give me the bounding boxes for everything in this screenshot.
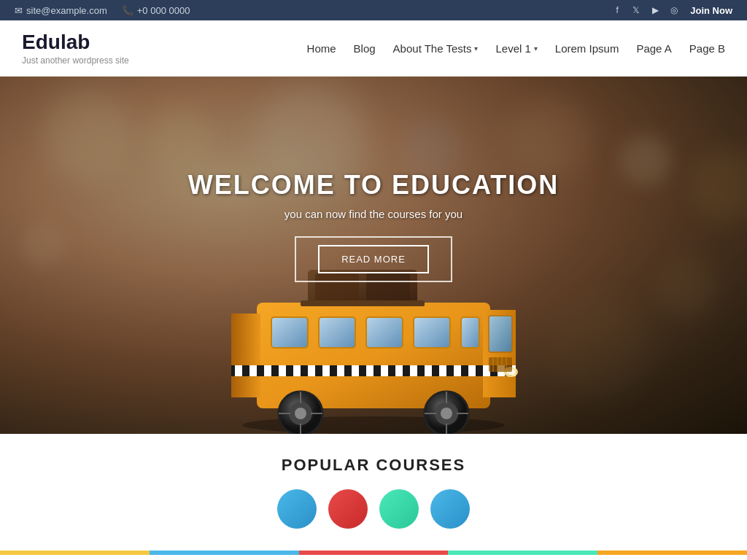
mail-icon: ✉ — [15, 5, 23, 16]
svg-rect-10 — [461, 317, 479, 348]
cta-box[interactable]: READ MORE — [295, 236, 452, 282]
nav-about-tests[interactable]: About The Tests ▾ — [393, 42, 479, 55]
course-avatar-4[interactable] — [430, 489, 470, 529]
logo-tagline: Just another wordpress site — [22, 55, 129, 66]
svg-rect-7 — [319, 317, 355, 348]
top-bar-right: f 𝕏 ▶ ◎ Join Now — [611, 4, 732, 16]
hero-section: WELCOME TO EDUCATION you can now find th… — [0, 77, 747, 434]
twitter-icon[interactable]: 𝕏 — [630, 4, 642, 16]
top-bar-contact: ✉ site@example.com 📞 +0 000 0000 — [15, 5, 190, 16]
phone-contact: 📞 +0 000 0000 — [122, 5, 190, 16]
svg-rect-9 — [414, 317, 450, 348]
hero-title: WELCOME TO EDUCATION — [188, 170, 560, 201]
color-bar-orange — [597, 551, 747, 555]
phone-text: +0 000 0000 — [137, 5, 190, 16]
svg-rect-3 — [231, 314, 260, 397]
join-now-button[interactable]: Join Now — [690, 5, 732, 16]
course-avatar-3[interactable] — [379, 489, 419, 529]
nav-level1-label[interactable]: Level 1 — [495, 42, 530, 55]
social-icons: f 𝕏 ▶ ◎ — [611, 4, 680, 16]
logo-area: Edulab Just another wordpress site — [22, 31, 129, 66]
color-bar-teal — [448, 551, 597, 555]
header: Edulab Just another wordpress site Home … — [0, 20, 747, 77]
main-nav: Home Blog About The Tests ▾ Level 1 ▾ Lo… — [307, 42, 725, 55]
email-text: site@example.com — [26, 5, 107, 16]
nav-home[interactable]: Home — [307, 42, 336, 55]
popular-courses-title: POPULAR COURSES — [15, 456, 732, 475]
nav-about-tests-label[interactable]: About The Tests — [393, 42, 472, 55]
nav-blog[interactable]: Blog — [354, 42, 376, 55]
chevron-down-icon: ▾ — [534, 44, 538, 52]
color-bar-yellow — [0, 551, 150, 555]
facebook-icon[interactable]: f — [611, 4, 623, 16]
email-contact: ✉ site@example.com — [15, 5, 107, 16]
phone-icon: 📞 — [122, 5, 133, 16]
course-avatar-2[interactable] — [328, 489, 368, 529]
hero-cta-button[interactable]: READ MORE — [318, 245, 429, 273]
hero-content: WELCOME TO EDUCATION you can now find th… — [188, 170, 560, 282]
nav-level1[interactable]: Level 1 ▾ — [495, 42, 537, 55]
color-bar-blue — [150, 551, 299, 555]
svg-point-29 — [441, 408, 452, 419]
svg-rect-5 — [231, 365, 516, 376]
logo-name[interactable]: Edulab — [22, 31, 129, 54]
hero-subtitle: you can now find the courses for you — [188, 208, 560, 220]
instagram-icon[interactable]: ◎ — [668, 4, 680, 16]
popular-courses-section: POPULAR COURSES — [0, 434, 747, 543]
svg-rect-6 — [271, 317, 308, 348]
course-avatar-1[interactable] — [277, 489, 317, 529]
svg-rect-14 — [489, 357, 512, 372]
svg-rect-23 — [301, 300, 425, 306]
color-bar-red — [299, 551, 449, 555]
svg-point-26 — [295, 408, 306, 419]
nav-page-a[interactable]: Page A — [636, 42, 671, 55]
nav-lorem[interactable]: Lorem Ipsum — [555, 42, 619, 55]
youtube-icon[interactable]: ▶ — [649, 4, 661, 16]
svg-rect-8 — [366, 317, 403, 348]
chevron-down-icon: ▾ — [474, 44, 478, 52]
color-bars — [0, 551, 747, 555]
svg-rect-11 — [489, 316, 512, 352]
course-avatars — [15, 489, 732, 529]
top-bar: ✉ site@example.com 📞 +0 000 0000 f 𝕏 ▶ ◎… — [0, 0, 747, 20]
nav-page-b[interactable]: Page B — [689, 42, 725, 55]
